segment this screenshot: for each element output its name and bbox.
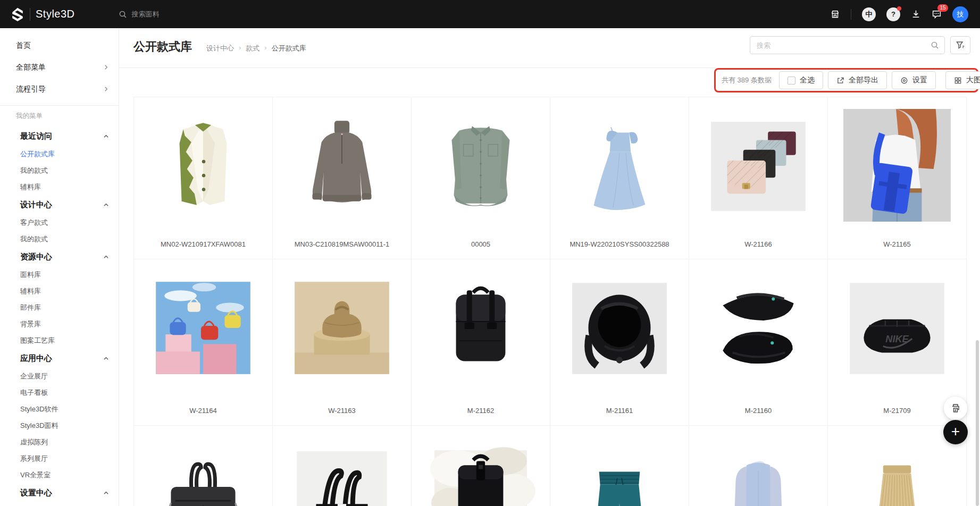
sidebar: 首页全部菜单流程引导 我的菜单 最近访问公开款式库我的款式辅料库设计中心客户款式… (0, 28, 119, 506)
sidebar-item[interactable]: 流程引导 (0, 78, 119, 100)
style-id: MN03-C210819MSAW00011-1 (273, 240, 411, 248)
sidebar-item[interactable]: 辅料库 (0, 179, 119, 195)
filter-button[interactable] (950, 36, 970, 54)
breadcrumb-item[interactable]: 款式 (246, 44, 259, 53)
language-button[interactable]: 中 (862, 7, 876, 21)
sidebar-item[interactable]: Style3D面料 (0, 417, 119, 434)
select-all-button[interactable]: 全选 (779, 71, 823, 89)
export-all-button[interactable]: 全部导出 (828, 71, 887, 89)
select-all-checkbox[interactable] (788, 77, 795, 85)
style-card[interactable]: MN03-C210819MSAW00011-1 (273, 97, 412, 259)
main-scrollbar[interactable] (976, 340, 979, 506)
add-fab-button[interactable]: + (943, 420, 968, 444)
store-button[interactable] (830, 9, 840, 19)
message-count-badge: 15 (937, 4, 948, 12)
style-thumbnail (148, 271, 258, 384)
style-card[interactable] (134, 426, 273, 506)
avatar-label: 技 (957, 10, 964, 19)
sidebar-item[interactable]: 首页 (0, 35, 119, 56)
style-card[interactable]: MN02-W210917XFAW0081 (134, 97, 273, 259)
style-card[interactable]: SUMMER (550, 426, 689, 506)
help-notification-dot (897, 6, 901, 11)
plus-icon: + (951, 424, 960, 439)
storefront-icon (830, 9, 840, 19)
sidebar-item[interactable]: 企业信息 (0, 502, 119, 506)
style-thumbnail (703, 271, 813, 384)
sidebar-item[interactable]: VR全景室 (0, 467, 119, 483)
toolbar-divider-line (119, 68, 716, 68)
style-card[interactable]: W-21166 (689, 97, 828, 259)
sidebar-item[interactable]: 公开款式库 (0, 146, 119, 162)
breadcrumb: 设计中心 › 款式 › 公开款式库 (206, 44, 306, 53)
chevron-up-icon (103, 490, 109, 496)
sidebar-item[interactable]: 背景库 (0, 316, 119, 332)
style-card[interactable] (689, 426, 828, 506)
sidebar-item[interactable]: 辅料库 (0, 283, 119, 299)
style-card[interactable]: W-21163 (273, 259, 412, 426)
language-icon: 中 (862, 7, 876, 21)
sidebar-item[interactable]: 系列展厅 (0, 450, 119, 467)
download-button[interactable] (911, 9, 921, 19)
sidebar-item[interactable]: 电子看板 (0, 384, 119, 401)
style-id: M-21161 (550, 407, 689, 415)
grid-view-icon (954, 77, 962, 85)
style-thumbnail (842, 437, 952, 506)
settings-icon (900, 77, 908, 85)
settings-button[interactable]: 设置 (892, 71, 936, 89)
sidebar-group-header[interactable]: 设计中心 (0, 195, 119, 214)
style-id: W-21165 (828, 240, 966, 248)
sidebar-item[interactable]: 图案工艺库 (0, 332, 119, 349)
style-card[interactable]: M-21162 (412, 259, 550, 426)
style-card[interactable]: M-21160 (689, 259, 828, 426)
style-card[interactable]: W-21165 (828, 97, 967, 259)
style-thumbnail (287, 109, 397, 222)
sidebar-item[interactable]: 我的款式 (0, 162, 119, 179)
logo-divider (30, 8, 30, 21)
sidebar-group-header[interactable]: 最近访问 (0, 126, 119, 146)
sidebar-item[interactable]: 企业展厅 (0, 368, 119, 384)
sidebar-item[interactable]: 部件库 (0, 299, 119, 316)
messages-button[interactable]: 15 (932, 9, 942, 19)
style-thumbnail: SUMMER (565, 437, 674, 506)
annotation-highlight-box: 共有 389 条数据 全选 全部导出 设置 (714, 68, 978, 92)
style-thumbnail (426, 109, 535, 222)
sidebar-group-header[interactable]: 设置中心 (0, 483, 119, 502)
sidebar-section-label: 我的菜单 (0, 106, 119, 126)
style-card[interactable]: M-21161 (550, 259, 689, 426)
sidebar-item[interactable]: 客户款式 (0, 214, 119, 231)
breadcrumb-item-current: 公开款式库 (272, 44, 306, 53)
user-avatar[interactable]: 技 (952, 6, 968, 22)
topbar-fabric-search[interactable]: 搜索面料 (119, 10, 160, 19)
style-card[interactable]: 00005 (412, 97, 550, 259)
print-fab-button[interactable] (944, 397, 967, 420)
sidebar-item[interactable]: 我的款式 (0, 231, 119, 247)
search-icon (119, 10, 127, 19)
style-card[interactable]: W-21164 (134, 259, 273, 426)
view-mode-dropdown[interactable]: 大图 (945, 71, 980, 89)
sidebar-item[interactable]: 全部菜单 (0, 56, 119, 78)
style-thumbnail (426, 437, 535, 506)
sidebar-group-header[interactable]: 应用中心 (0, 349, 119, 368)
style-id: M-21160 (689, 407, 827, 415)
topbar-search-placeholder: 搜索面料 (132, 10, 160, 19)
sidebar-item[interactable]: Style3D软件 (0, 401, 119, 417)
style-card[interactable] (412, 426, 550, 506)
printer-icon (950, 403, 961, 414)
chevron-up-icon (103, 356, 109, 361)
style-search-input[interactable] (757, 41, 931, 49)
search-icon[interactable] (931, 41, 939, 49)
style-thumbnail: NIKE (842, 271, 952, 384)
topbar: Style3D 搜索面料 中 ? (0, 0, 980, 28)
app-logo[interactable]: Style3D (0, 7, 75, 21)
sidebar-item[interactable]: 面料库 (0, 266, 119, 283)
style-id: M-21162 (412, 407, 550, 415)
sidebar-group-header[interactable]: 资源中心 (0, 247, 119, 266)
logo-text: Style3D (36, 8, 75, 20)
sidebar-item[interactable]: 虚拟陈列 (0, 434, 119, 450)
style-id: W-21163 (273, 407, 411, 415)
style-id: MN02-W210917XFAW0081 (134, 240, 272, 248)
style-card[interactable] (273, 426, 412, 506)
help-button[interactable]: ? (886, 7, 900, 21)
breadcrumb-item[interactable]: 设计中心 (206, 44, 234, 53)
style-card[interactable]: MN19-W220210SYSS00322588 (550, 97, 689, 259)
